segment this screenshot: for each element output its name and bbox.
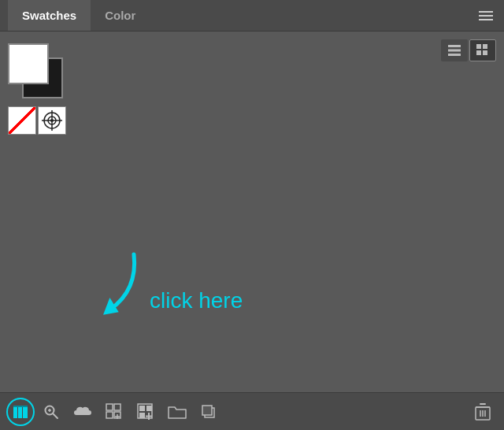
svg-rect-28 [139,406,145,411]
none-swatch[interactable] [8,106,36,135]
new-color-group-icon [106,403,123,421]
svg-line-18 [53,413,57,418]
swatch-library-button[interactable] [6,398,35,426]
svg-rect-1 [448,50,461,52]
svg-rect-21 [106,404,113,410]
folder-icon [168,404,187,420]
svg-rect-5 [476,50,481,55]
delete-swatch-button[interactable] [468,398,498,426]
tab-swatches[interactable]: Swatches [8,0,91,31]
cloud-icon [73,404,92,420]
swatches-area [8,39,496,135]
hamburger-menu-icon[interactable] [476,8,496,24]
delete-icon [475,403,491,421]
find-icon [43,404,59,420]
tab-color[interactable]: Color [91,0,150,31]
svg-rect-29 [146,406,152,411]
special-swatches [8,106,496,135]
annotation: click here [94,250,243,321]
list-view-icon [447,43,461,57]
svg-rect-16 [13,406,28,407]
new-swatch-button[interactable] [131,398,161,426]
svg-rect-3 [476,44,481,49]
find-field-button[interactable] [36,398,66,426]
new-swatch-icon [137,403,154,421]
foreground-color-box[interactable] [8,43,49,84]
cloud-button[interactable] [68,398,98,426]
click-here-arrow-icon [94,250,142,321]
svg-rect-30 [139,413,145,418]
svg-rect-4 [483,44,487,49]
folder-button[interactable] [162,398,192,426]
grid-view-icon [476,43,490,57]
svg-rect-13 [13,406,17,418]
list-view-button[interactable] [441,39,468,61]
main-content: click here [0,32,504,392]
svg-rect-6 [483,50,487,55]
svg-rect-22 [114,404,120,410]
swatch-library-icon [12,403,29,421]
bottom-toolbar [0,392,504,430]
annotation-text: click here [150,288,243,313]
grid-view-button[interactable] [469,39,496,61]
color-boxes[interactable] [8,43,65,100]
registration-swatch[interactable] [38,106,66,135]
svg-rect-15 [23,406,28,418]
view-controls [441,39,496,61]
svg-rect-34 [202,406,212,415]
new-color-group-button[interactable] [99,398,129,426]
svg-rect-23 [106,412,113,418]
svg-rect-2 [448,54,461,56]
header: Swatches Color [0,0,504,32]
duplicate-icon [201,404,217,420]
duplicate-button[interactable] [194,398,224,426]
svg-rect-14 [18,406,22,418]
registration-mark-icon [40,109,64,132]
svg-rect-0 [448,45,461,47]
